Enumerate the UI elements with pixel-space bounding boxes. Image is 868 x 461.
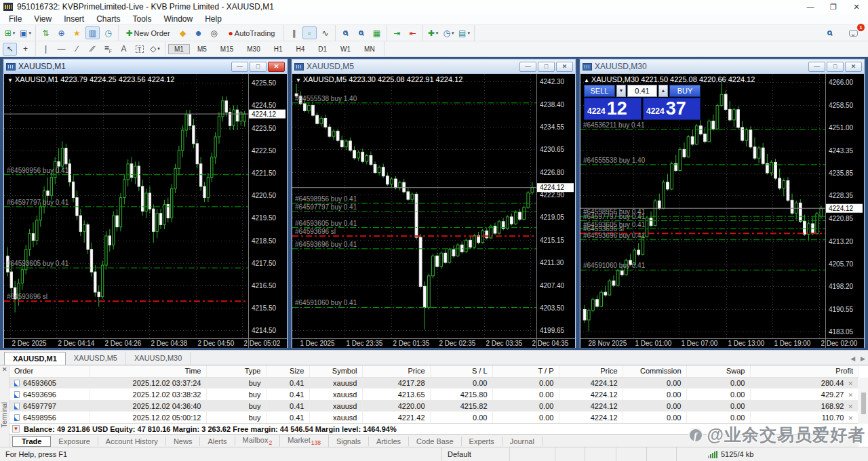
fibonacci-icon[interactable]: ≡F <box>101 43 115 56</box>
market-watch-icon[interactable]: ⇅ <box>39 26 53 39</box>
terminal-tab-account-history[interactable]: Account History <box>98 437 166 446</box>
chart-minimize-icon[interactable]: — <box>231 62 248 72</box>
chart-close-icon[interactable]: ✕ <box>556 62 573 72</box>
label-icon[interactable]: T <box>132 43 146 56</box>
timeframe-button-d1[interactable]: D1 <box>312 44 333 54</box>
chart-restore-icon[interactable]: □ <box>827 62 844 72</box>
sell-price-display[interactable]: 4224 12 <box>584 98 642 120</box>
chart-close-icon[interactable]: ✕ <box>845 62 862 72</box>
candlestick-chart-m1[interactable]: 2 Dec 20252 Dec 04:142 Dec 04:262 Dec 04… <box>4 74 287 348</box>
terminal-tab-code-base[interactable]: Code Base <box>409 437 461 446</box>
profiles-icon[interactable]: ▣▾ <box>18 26 33 39</box>
terminal-tab-signals[interactable]: Signals <box>329 437 369 446</box>
community-icon[interactable]: ☻ <box>191 26 205 39</box>
menu-item-help[interactable]: Help <box>199 14 228 25</box>
chart-tab-xauusd-m5[interactable]: XAUUSD,M5 <box>66 352 126 365</box>
chart-shift-icon[interactable]: ⇤ <box>406 26 420 39</box>
terminal-tab-exposure[interactable]: Exposure <box>51 437 98 446</box>
bar-chart-icon[interactable]: ∥ <box>287 26 301 39</box>
timeframe-button-m5[interactable]: M5 <box>191 44 213 54</box>
candlestick-icon[interactable]: ▫ <box>302 26 317 39</box>
terminal-scrollbar[interactable] <box>859 378 868 424</box>
autotrading-button[interactable]: ● AutoTrading <box>222 26 281 39</box>
menu-item-charts[interactable]: Charts <box>90 14 126 25</box>
broadcast-icon[interactable]: ◎ <box>207 26 221 39</box>
volume-input[interactable]: 0.41 <box>627 85 657 97</box>
terminal-close-icon[interactable]: ✕ <box>2 366 7 373</box>
status-profile[interactable]: Default <box>442 447 510 461</box>
terminal-tab-mailbox[interactable]: Mailbox2 <box>235 435 281 447</box>
terminal-tab-market[interactable]: Market138 <box>280 435 329 447</box>
line-chart-icon[interactable]: ∿ <box>318 26 332 39</box>
table-row[interactable]: 645936962025.12.02 03:38:32buy0.41xauusd… <box>9 388 859 400</box>
table-row[interactable]: 645989562025.12.02 05:00:12buy0.41xauusd… <box>9 412 859 423</box>
menu-item-view[interactable]: View <box>28 14 58 25</box>
chart-minimize-icon[interactable]: — <box>808 62 825 72</box>
close-window-icon[interactable]: ✕ <box>845 0 868 14</box>
terminal-tab-experts[interactable]: Experts <box>462 437 502 446</box>
horizontal-line-icon[interactable]: — <box>54 43 68 56</box>
candlestick-chart-m5[interactable]: 1 Dec 20251 Dec 23:352 Dec 01:352 Dec 02… <box>292 74 575 348</box>
chart-close-icon[interactable]: ✕ <box>268 62 285 72</box>
menu-item-window[interactable]: Window <box>158 14 199 25</box>
chart-minimize-icon[interactable]: — <box>519 62 536 72</box>
chart-window-m5-titlebar[interactable]: XAUUSD,M5 — □ ✕ <box>292 60 575 73</box>
minimize-window-icon[interactable]: — <box>799 0 822 14</box>
tab-scroll-right-icon[interactable]: ▶ <box>861 355 865 362</box>
maximize-window-icon[interactable]: ❐ <box>822 0 845 14</box>
indicators-icon[interactable]: ✚▾ <box>426 26 440 39</box>
close-position-icon[interactable]: ✕ <box>848 403 853 410</box>
tab-scroll-left-icon[interactable]: ◀ <box>850 355 855 362</box>
shapes-icon[interactable]: ◇▾ <box>148 43 162 56</box>
volume-increase-stepper[interactable]: ▲ <box>658 85 668 97</box>
timeframe-button-m15[interactable]: M15 <box>214 44 239 54</box>
timeframe-button-m30[interactable]: M30 <box>241 44 266 54</box>
new-order-button[interactable]: ✚ New Order <box>121 26 174 39</box>
terminal-tab-articles[interactable]: Articles <box>369 437 409 446</box>
buy-price-display[interactable]: 4224 37 <box>643 98 701 120</box>
trendline-icon[interactable]: ∕ <box>70 43 84 56</box>
terminal-tab-journal[interactable]: Journal <box>502 437 542 446</box>
auto-scroll-icon[interactable]: ⇥ <box>390 26 404 39</box>
chat-icon[interactable]: 1 <box>846 26 861 39</box>
table-row[interactable]: 645936052025.12.02 03:37:24buy0.41xauusd… <box>9 377 859 388</box>
new-chart-icon[interactable]: ⊞▾ <box>3 26 17 39</box>
navigator-icon[interactable]: ★ <box>70 26 84 39</box>
chart-tab-xauusd-m1[interactable]: XAUUSD,M1 <box>4 352 66 365</box>
strategy-tester-icon[interactable]: ◷ <box>101 26 115 39</box>
timeframe-button-m1[interactable]: M1 <box>168 44 190 54</box>
zoom-out-icon[interactable]: - <box>354 26 368 39</box>
text-icon[interactable]: A <box>117 43 131 56</box>
table-row[interactable]: 645977972025.12.02 04:36:40buy0.41xauusd… <box>9 400 859 412</box>
cursor-icon[interactable]: ↖ <box>3 43 17 56</box>
periods-icon[interactable]: ◷▾ <box>441 26 456 39</box>
channel-icon[interactable]: ∕∕ <box>85 43 100 56</box>
menu-item-insert[interactable]: Insert <box>58 14 90 25</box>
sell-button[interactable]: SELL <box>584 85 615 97</box>
terminal-tab-alerts[interactable]: Alerts <box>200 437 235 446</box>
data-window-icon[interactable]: ⊕ <box>54 26 68 39</box>
crosshair-icon[interactable]: + <box>18 43 33 56</box>
timeframe-button-h1[interactable]: H1 <box>268 44 289 54</box>
metaeditor-icon[interactable]: ◆ <box>176 26 190 39</box>
templates-icon[interactable]: ▤▾ <box>457 26 471 39</box>
terminal-panel-icon[interactable]: ▥ <box>85 26 100 39</box>
terminal-tab-news[interactable]: News <box>166 437 201 446</box>
menu-item-tools[interactable]: Tools <box>127 14 158 25</box>
chart-window-m1-titlebar[interactable]: XAUUSD,M1 — □ ✕ <box>4 60 287 73</box>
tile-windows-icon[interactable]: ▦ <box>370 26 384 39</box>
chart-restore-icon[interactable]: □ <box>538 62 555 72</box>
close-position-icon[interactable]: ✕ <box>848 380 853 387</box>
timeframe-button-w1[interactable]: W1 <box>334 44 357 54</box>
menu-item-file[interactable]: File <box>3 14 28 25</box>
timeframe-button-h4[interactable]: H4 <box>290 44 311 54</box>
chart-tab-xauusd-m30[interactable]: XAUUSD,M30 <box>126 352 191 365</box>
terminal-tab-trade[interactable]: Trade <box>12 436 51 447</box>
zoom-in-icon[interactable]: + <box>338 26 353 39</box>
volume-decrease-stepper[interactable]: ▼ <box>616 85 626 97</box>
search-icon[interactable] <box>823 26 837 39</box>
buy-button[interactable]: BUY <box>669 85 701 97</box>
close-position-icon[interactable]: ✕ <box>848 415 853 422</box>
vertical-line-icon[interactable]: | <box>39 43 53 56</box>
close-position-icon[interactable]: ✕ <box>848 392 853 399</box>
